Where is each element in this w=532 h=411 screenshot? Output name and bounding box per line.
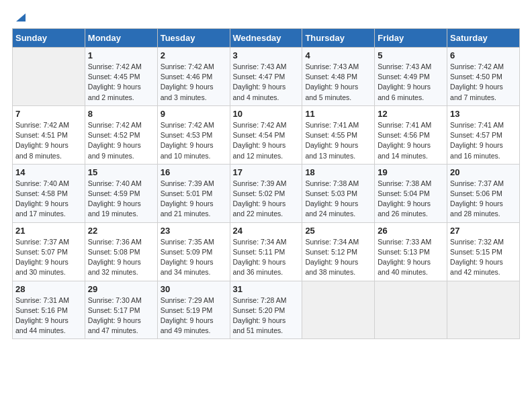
- calendar-table: SundayMondayTuesdayWednesdayThursdayFrid…: [12, 28, 520, 339]
- calendar-cell: 17Sunrise: 7:39 AMSunset: 5:02 PMDayligh…: [230, 164, 302, 222]
- calendar-cell: 15Sunrise: 7:40 AMSunset: 4:59 PMDayligh…: [85, 164, 157, 222]
- calendar-cell: 28Sunrise: 7:31 AMSunset: 5:16 PMDayligh…: [13, 281, 85, 339]
- day-info: Sunrise: 7:28 AMSunset: 5:20 PMDaylight:…: [233, 295, 300, 336]
- day-info: Sunrise: 7:42 AMSunset: 4:45 PMDaylight:…: [88, 62, 154, 103]
- day-number: 23: [161, 226, 227, 236]
- day-number: 27: [450, 226, 517, 236]
- week-row-2: 7Sunrise: 7:42 AMSunset: 4:51 PMDaylight…: [13, 105, 520, 164]
- day-number: 20: [450, 167, 517, 177]
- day-info: Sunrise: 7:42 AMSunset: 4:53 PMDaylight:…: [161, 120, 227, 161]
- day-info: Sunrise: 7:41 AMSunset: 4:56 PMDaylight:…: [378, 120, 444, 161]
- day-number: 12: [378, 109, 444, 119]
- calendar-cell: 26Sunrise: 7:33 AMSunset: 5:13 PMDayligh…: [375, 222, 447, 281]
- day-number: 31: [233, 284, 300, 294]
- day-info: Sunrise: 7:34 AMSunset: 5:12 PMDaylight:…: [305, 237, 371, 278]
- day-number: 6: [450, 50, 517, 60]
- column-header-wednesday: Wednesday: [230, 29, 302, 48]
- day-info: Sunrise: 7:41 AMSunset: 4:57 PMDaylight:…: [450, 120, 517, 161]
- calendar-cell: 8Sunrise: 7:42 AMSunset: 4:52 PMDaylight…: [85, 105, 157, 164]
- calendar-cell: 22Sunrise: 7:36 AMSunset: 5:08 PMDayligh…: [85, 222, 157, 281]
- calendar-cell: 18Sunrise: 7:38 AMSunset: 5:03 PMDayligh…: [302, 164, 375, 222]
- column-header-tuesday: Tuesday: [157, 29, 230, 48]
- calendar-cell: 20Sunrise: 7:37 AMSunset: 5:06 PMDayligh…: [447, 164, 520, 222]
- day-number: 7: [15, 109, 82, 119]
- header: [12, 11, 520, 21]
- calendar-cell: 11Sunrise: 7:41 AMSunset: 4:55 PMDayligh…: [302, 105, 375, 164]
- calendar-cell: [13, 48, 85, 106]
- day-info: Sunrise: 7:31 AMSunset: 5:16 PMDaylight:…: [15, 295, 82, 336]
- day-number: 26: [378, 226, 444, 236]
- calendar-cell: 13Sunrise: 7:41 AMSunset: 4:57 PMDayligh…: [447, 105, 520, 164]
- calendar-cell: 3Sunrise: 7:43 AMSunset: 4:47 PMDaylight…: [230, 48, 302, 106]
- day-number: 1: [88, 50, 154, 60]
- day-info: Sunrise: 7:42 AMSunset: 4:46 PMDaylight:…: [161, 62, 227, 103]
- day-number: 15: [88, 167, 154, 177]
- column-headers-row: SundayMondayTuesdayWednesdayThursdayFrid…: [13, 29, 520, 48]
- calendar-cell: 30Sunrise: 7:29 AMSunset: 5:19 PMDayligh…: [157, 281, 230, 339]
- calendar-cell: 23Sunrise: 7:35 AMSunset: 5:09 PMDayligh…: [157, 222, 230, 281]
- logo-icon: [13, 9, 28, 24]
- calendar-cell: 14Sunrise: 7:40 AMSunset: 4:58 PMDayligh…: [13, 164, 85, 222]
- day-info: Sunrise: 7:39 AMSunset: 5:02 PMDaylight:…: [233, 179, 300, 220]
- day-number: 22: [88, 226, 154, 236]
- calendar-cell: 2Sunrise: 7:42 AMSunset: 4:46 PMDaylight…: [157, 48, 230, 106]
- day-info: Sunrise: 7:37 AMSunset: 5:06 PMDaylight:…: [450, 179, 517, 220]
- week-row-4: 21Sunrise: 7:37 AMSunset: 5:07 PMDayligh…: [13, 222, 520, 281]
- day-number: 14: [15, 167, 82, 177]
- calendar-body: 1Sunrise: 7:42 AMSunset: 4:45 PMDaylight…: [13, 48, 520, 339]
- calendar-cell: 7Sunrise: 7:42 AMSunset: 4:51 PMDaylight…: [13, 105, 85, 164]
- column-header-saturday: Saturday: [447, 29, 520, 48]
- week-row-1: 1Sunrise: 7:42 AMSunset: 4:45 PMDaylight…: [13, 48, 520, 106]
- day-number: 30: [161, 284, 227, 294]
- day-number: 28: [15, 284, 82, 294]
- day-info: Sunrise: 7:37 AMSunset: 5:07 PMDaylight:…: [15, 237, 82, 278]
- calendar-cell: 16Sunrise: 7:39 AMSunset: 5:01 PMDayligh…: [157, 164, 230, 222]
- calendar-cell: 24Sunrise: 7:34 AMSunset: 5:11 PMDayligh…: [230, 222, 302, 281]
- day-info: Sunrise: 7:41 AMSunset: 4:55 PMDaylight:…: [305, 120, 371, 161]
- calendar-cell: [375, 281, 447, 339]
- day-info: Sunrise: 7:32 AMSunset: 5:15 PMDaylight:…: [450, 237, 517, 278]
- calendar-cell: [447, 281, 520, 339]
- day-number: 21: [15, 226, 82, 236]
- day-info: Sunrise: 7:34 AMSunset: 5:11 PMDaylight:…: [233, 237, 300, 278]
- calendar-cell: 27Sunrise: 7:32 AMSunset: 5:15 PMDayligh…: [447, 222, 520, 281]
- day-number: 3: [233, 50, 300, 60]
- day-info: Sunrise: 7:40 AMSunset: 4:59 PMDaylight:…: [88, 179, 154, 220]
- column-header-monday: Monday: [85, 29, 157, 48]
- calendar-cell: 1Sunrise: 7:42 AMSunset: 4:45 PMDaylight…: [85, 48, 157, 106]
- day-info: Sunrise: 7:43 AMSunset: 4:49 PMDaylight:…: [378, 62, 444, 103]
- day-number: 17: [233, 167, 300, 177]
- day-number: 25: [305, 226, 371, 236]
- day-info: Sunrise: 7:39 AMSunset: 5:01 PMDaylight:…: [161, 179, 227, 220]
- calendar-cell: 6Sunrise: 7:42 AMSunset: 4:50 PMDaylight…: [447, 48, 520, 106]
- day-number: 8: [88, 109, 154, 119]
- day-number: 9: [161, 109, 227, 119]
- calendar-cell: 12Sunrise: 7:41 AMSunset: 4:56 PMDayligh…: [375, 105, 447, 164]
- calendar-cell: 31Sunrise: 7:28 AMSunset: 5:20 PMDayligh…: [230, 281, 302, 339]
- day-number: 19: [378, 167, 444, 177]
- day-number: 2: [161, 50, 227, 60]
- calendar-cell: 29Sunrise: 7:30 AMSunset: 5:17 PMDayligh…: [85, 281, 157, 339]
- day-number: 16: [161, 167, 227, 177]
- day-info: Sunrise: 7:30 AMSunset: 5:17 PMDaylight:…: [88, 295, 154, 336]
- logo: [12, 11, 28, 21]
- calendar-cell: 19Sunrise: 7:38 AMSunset: 5:04 PMDayligh…: [375, 164, 447, 222]
- day-info: Sunrise: 7:38 AMSunset: 5:04 PMDaylight:…: [378, 179, 444, 220]
- day-number: 29: [88, 284, 154, 294]
- day-number: 18: [305, 167, 371, 177]
- day-info: Sunrise: 7:40 AMSunset: 4:58 PMDaylight:…: [15, 179, 82, 220]
- column-header-sunday: Sunday: [13, 29, 85, 48]
- day-info: Sunrise: 7:42 AMSunset: 4:51 PMDaylight:…: [15, 120, 82, 161]
- calendar-cell: 5Sunrise: 7:43 AMSunset: 4:49 PMDaylight…: [375, 48, 447, 106]
- calendar-cell: 9Sunrise: 7:42 AMSunset: 4:53 PMDaylight…: [157, 105, 230, 164]
- day-info: Sunrise: 7:42 AMSunset: 4:52 PMDaylight:…: [88, 120, 154, 161]
- day-info: Sunrise: 7:42 AMSunset: 4:50 PMDaylight:…: [450, 62, 517, 103]
- day-number: 24: [233, 226, 300, 236]
- day-info: Sunrise: 7:33 AMSunset: 5:13 PMDaylight:…: [378, 237, 444, 278]
- day-info: Sunrise: 7:42 AMSunset: 4:54 PMDaylight:…: [233, 120, 300, 161]
- day-number: 10: [233, 109, 300, 119]
- day-info: Sunrise: 7:36 AMSunset: 5:08 PMDaylight:…: [88, 237, 154, 278]
- day-number: 5: [378, 50, 444, 60]
- page: SundayMondayTuesdayWednesdayThursdayFrid…: [0, 0, 532, 411]
- calendar-cell: 21Sunrise: 7:37 AMSunset: 5:07 PMDayligh…: [13, 222, 85, 281]
